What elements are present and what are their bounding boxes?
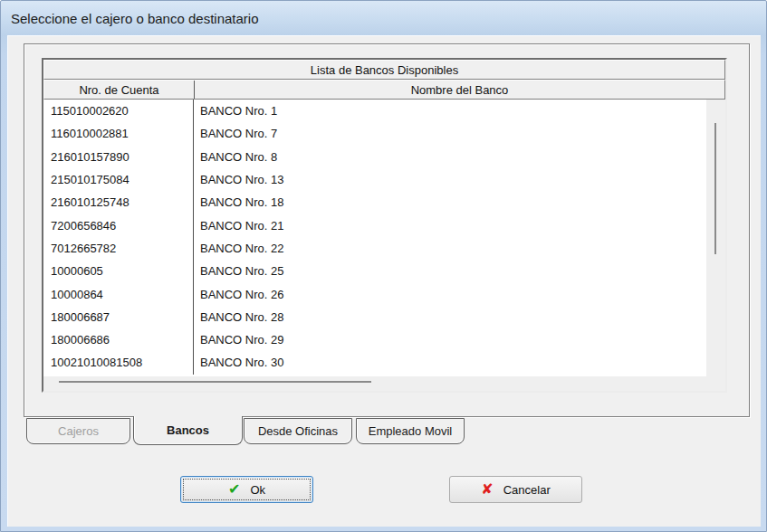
column-header-bank: Nombre del Banco xyxy=(194,81,724,99)
bank-name-cell: BANCO Nro. 28 xyxy=(193,306,706,328)
bank-name-cell: BANCO Nro. 8 xyxy=(193,146,706,168)
horizontal-scrollbar[interactable] xyxy=(43,376,706,391)
account-cell: 7200656846 xyxy=(43,219,193,233)
account-cell: 115010002620 xyxy=(43,104,193,118)
account-cell: 10000605 xyxy=(43,264,193,278)
bank-name-cell: BANCO Nro. 1 xyxy=(193,100,706,122)
table-row[interactable]: 216010157890BANCO Nro. 8 xyxy=(43,146,706,168)
tab-bancos-label: Bancos xyxy=(167,423,209,437)
column-header-row: Nro. de Cuenta Nombre del Banco xyxy=(43,80,725,100)
bank-list-area: 115010002620BANCO Nro. 1 116010002881BAN… xyxy=(43,100,725,391)
tab-desde-oficinas-label: Desde Oficinas xyxy=(258,424,338,438)
table-row[interactable]: 215010175084BANCO Nro. 13 xyxy=(43,168,706,191)
account-cell: 180006686 xyxy=(43,333,193,347)
tab-cajeros-label: Cajeros xyxy=(58,424,99,438)
table-row[interactable]: 180006687BANCO Nro. 28 xyxy=(43,306,706,328)
bank-name-cell: BANCO Nro. 29 xyxy=(193,328,706,351)
bank-list-panel: Lista de Bancos Disponibles Nro. de Cuen… xyxy=(42,58,727,393)
list-title-band: Lista de Bancos Disponibles xyxy=(43,60,725,80)
dialog-titlebar: Seleccione el cajero o banco destinatari… xyxy=(1,1,766,35)
account-cell: 10000864 xyxy=(43,288,193,301)
bank-name-cell: BANCO Nro. 7 xyxy=(193,122,706,145)
table-row[interactable]: 216010125748BANCO Nro. 18 xyxy=(43,191,706,214)
tab-empleado-movil[interactable]: Empleado Movil xyxy=(356,418,465,444)
tab-empleado-movil-label: Empleado Movil xyxy=(369,424,453,438)
bank-name-cell: BANCO Nro. 30 xyxy=(193,351,706,374)
table-row[interactable]: 10021010081508BANCO Nro. 30 xyxy=(43,351,706,374)
table-row[interactable]: 10000864BANCO Nro. 26 xyxy=(43,282,706,305)
cancel-button-label: Cancelar xyxy=(503,483,551,497)
tab-bancos[interactable]: Bancos xyxy=(133,416,243,445)
ok-button[interactable]: ✔ Ok xyxy=(180,476,313,503)
vertical-scrollbar-thumb[interactable] xyxy=(714,123,716,254)
account-cell: 216010157890 xyxy=(43,150,193,164)
horizontal-scrollbar-thumb[interactable] xyxy=(59,381,371,383)
bank-list-rows: 115010002620BANCO Nro. 1 116010002881BAN… xyxy=(43,100,706,376)
table-row[interactable]: 180006686BANCO Nro. 29 xyxy=(43,328,706,351)
dialog-client-area: Lista de Bancos Disponibles Nro. de Cuen… xyxy=(7,35,761,527)
tab-cajeros[interactable]: Cajeros xyxy=(26,418,130,444)
bank-name-cell: BANCO Nro. 22 xyxy=(193,237,706,260)
table-row[interactable]: 7012665782BANCO Nro. 22 xyxy=(43,237,706,260)
ok-button-label: Ok xyxy=(250,483,265,497)
bank-name-cell: BANCO Nro. 25 xyxy=(193,260,706,282)
cancel-button[interactable]: ✘ Cancelar xyxy=(449,476,582,503)
tab-desde-oficinas[interactable]: Desde Oficinas xyxy=(244,418,352,444)
account-cell: 215010175084 xyxy=(43,173,193,186)
account-cell: 7012665782 xyxy=(43,242,193,255)
table-row[interactable]: 10000605BANCO Nro. 25 xyxy=(43,260,706,282)
vertical-scrollbar[interactable] xyxy=(706,100,725,391)
account-cell: 216010125748 xyxy=(43,195,193,209)
selection-panel: Lista de Bancos Disponibles Nro. de Cuen… xyxy=(24,43,750,417)
bank-name-cell: BANCO Nro. 13 xyxy=(193,168,706,191)
account-cell: 116010002881 xyxy=(43,127,193,140)
table-row[interactable]: 115010002620BANCO Nro. 1 xyxy=(43,100,706,122)
bank-name-cell: BANCO Nro. 26 xyxy=(193,282,706,305)
list-title: Lista de Bancos Disponibles xyxy=(311,63,458,77)
dialog-title: Seleccione el cajero o banco destinatari… xyxy=(11,11,259,26)
table-row[interactable]: 7200656846BANCO Nro. 21 xyxy=(43,214,706,236)
account-cell: 10021010081508 xyxy=(43,356,193,369)
dialog-window: Seleccione el cajero o banco destinatari… xyxy=(0,0,767,532)
table-row[interactable]: 116010002881BANCO Nro. 7 xyxy=(43,122,706,145)
check-icon: ✔ xyxy=(228,482,240,497)
column-header-account: Nro. de Cuenta xyxy=(44,81,194,99)
bank-name-cell: BANCO Nro. 18 xyxy=(193,191,706,214)
bank-name-cell: BANCO Nro. 21 xyxy=(193,214,706,236)
account-cell: 180006687 xyxy=(43,310,193,324)
x-icon: ✘ xyxy=(481,482,493,497)
